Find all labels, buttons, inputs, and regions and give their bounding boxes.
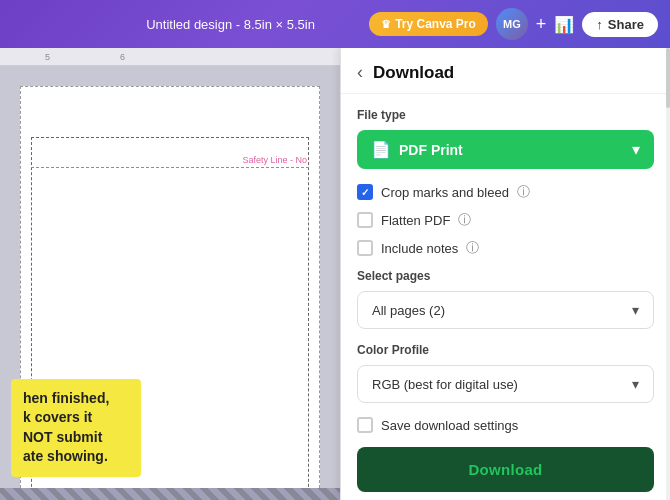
share-upload-icon: ↑	[596, 17, 603, 32]
include-notes-label: Include notes	[381, 241, 458, 256]
select-pages-label: Select pages	[357, 269, 654, 283]
pdf-chevron-icon: ▾	[632, 140, 640, 159]
color-profile-chevron-icon: ▾	[632, 376, 639, 392]
rgb-option-label: RGB (best for digital use)	[372, 377, 518, 392]
crop-marks-label: Crop marks and bleed	[381, 185, 509, 200]
include-notes-info-icon[interactable]: ⓘ	[466, 239, 479, 257]
ruler-mark-5: 5	[45, 52, 50, 62]
all-pages-dropdown[interactable]: All pages (2) ▾	[357, 291, 654, 329]
design-area: Safety Line - No hen finished,k covers i…	[20, 86, 320, 500]
crop-marks-row: Crop marks and bleed ⓘ	[357, 183, 654, 201]
flatten-pdf-checkbox[interactable]	[357, 212, 373, 228]
plus-button[interactable]: +	[536, 14, 547, 35]
pdf-file-icon: 📄	[371, 140, 391, 159]
panel-header: ‹ Download	[341, 48, 670, 94]
scroll-thumb[interactable]	[666, 48, 670, 108]
safety-line	[31, 167, 309, 168]
all-pages-label: All pages (2)	[372, 303, 445, 318]
canvas-area: 5 6 Safety Line - No hen finished,k cove…	[0, 48, 340, 500]
color-profile-label: Color Profile	[357, 343, 654, 357]
crop-marks-info-icon[interactable]: ⓘ	[517, 183, 530, 201]
side-panel: ‹ Download File type 📄 PDF Print ▾ Crop …	[340, 48, 670, 500]
save-settings-checkbox[interactable]	[357, 417, 373, 433]
ruler-mark-6: 6	[120, 52, 125, 62]
crop-marks-checkbox[interactable]	[357, 184, 373, 200]
flatten-pdf-row: Flatten PDF ⓘ	[357, 211, 654, 229]
avatar[interactable]: MG	[496, 8, 528, 40]
document-title: Untitled design - 8.5in × 5.5in	[92, 17, 369, 32]
flatten-pdf-label: Flatten PDF	[381, 213, 450, 228]
file-type-label: File type	[357, 108, 654, 122]
pdf-option-label: PDF Print	[399, 142, 463, 158]
all-pages-chevron-icon: ▾	[632, 302, 639, 318]
pdf-print-dropdown[interactable]: 📄 PDF Print ▾	[357, 130, 654, 169]
include-notes-row: Include notes ⓘ	[357, 239, 654, 257]
color-profile-dropdown[interactable]: RGB (best for digital use) ▾	[357, 365, 654, 403]
canvas-content[interactable]: Safety Line - No hen finished,k covers i…	[0, 66, 340, 500]
panel-title: Download	[373, 63, 454, 83]
flatten-pdf-info-icon[interactable]: ⓘ	[458, 211, 471, 229]
include-notes-checkbox[interactable]	[357, 240, 373, 256]
scroll-indicator	[666, 48, 670, 500]
save-settings-label: Save download settings	[381, 418, 518, 433]
chart-icon[interactable]: 📊	[554, 15, 574, 34]
back-button[interactable]: ‹	[357, 62, 363, 83]
safety-label: Safety Line - No	[242, 155, 307, 165]
crown-icon: ♛	[381, 18, 391, 31]
yellow-card-text: hen finished,k covers itNOT submitate sh…	[23, 389, 129, 467]
topbar-actions: ♛ Try Canva Pro MG + 📊 ↑ Share	[369, 8, 658, 40]
yellow-card: hen finished,k covers itNOT submitate sh…	[11, 379, 141, 477]
try-canva-button[interactable]: ♛ Try Canva Pro	[369, 12, 488, 36]
ruler-horizontal: 5 6	[0, 48, 340, 66]
topbar: Untitled design - 8.5in × 5.5in ♛ Try Ca…	[0, 0, 670, 48]
download-button[interactable]: Download	[357, 447, 654, 492]
main-area: 5 6 Safety Line - No hen finished,k cove…	[0, 48, 670, 500]
save-settings-row: Save download settings	[357, 417, 654, 433]
panel-body: File type 📄 PDF Print ▾ Crop marks and b…	[341, 94, 670, 500]
share-button[interactable]: ↑ Share	[582, 12, 658, 37]
bottom-stripe	[0, 488, 340, 500]
